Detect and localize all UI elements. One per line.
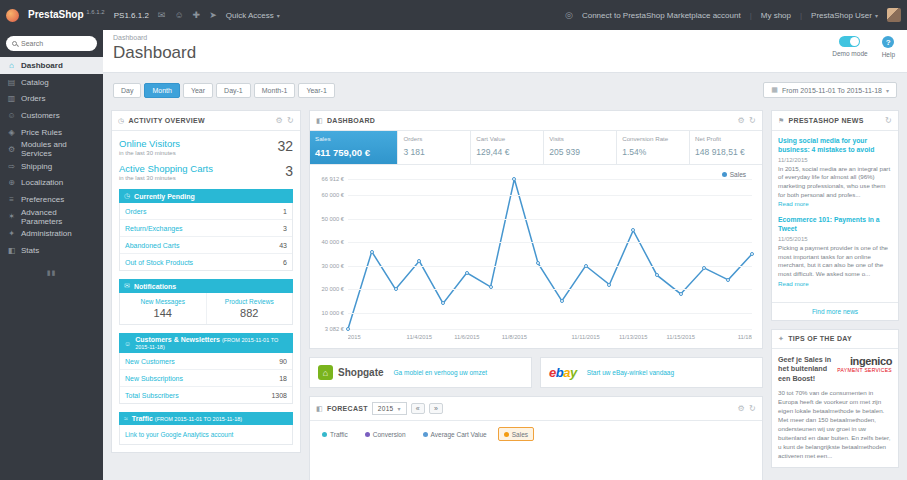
refresh-icon[interactable]: ↻ (885, 116, 892, 125)
row-label[interactable]: New Subscriptions (125, 375, 183, 382)
sidebar-item[interactable]: ⌂ Dashboard (0, 57, 103, 74)
data-point[interactable] (441, 301, 445, 305)
read-more-link[interactable]: Read more (778, 200, 809, 207)
help-icon[interactable]: ? (882, 36, 894, 48)
range-button[interactable]: Year-1 (298, 83, 334, 98)
sidebar-item[interactable]: ⊕ Localization (0, 175, 103, 192)
marketplace-link[interactable]: Connect to PrestaShop Marketplace accoun… (582, 11, 741, 20)
data-point[interactable] (512, 177, 516, 181)
tips-headline: Geef je Sales in het buitenland een Boos… (778, 355, 832, 384)
data-point[interactable] (465, 271, 469, 275)
kpi-tile[interactable]: Cart Value 129,44 € (471, 131, 544, 164)
article-headline[interactable]: Ecommerce 101: Payments in a Tweet (778, 216, 892, 234)
breadcrumb[interactable]: Dashboard (113, 34, 897, 41)
range-button[interactable]: Month (144, 83, 179, 98)
find-more-news-link[interactable]: Find more news (772, 302, 898, 320)
next-year-button[interactable]: » (429, 403, 443, 414)
refresh-icon[interactable]: ↻ (749, 404, 756, 413)
gear-icon[interactable]: ⚙ (738, 404, 745, 413)
sidebar-item[interactable]: ◧ Stats (0, 242, 103, 259)
sidebar-item[interactable]: ✦ Administration (0, 225, 103, 242)
help-button[interactable]: ? Help (882, 36, 895, 58)
sidebar-item[interactable]: ≡ Preferences (0, 191, 103, 208)
kpi-tile[interactable]: Sales 411 759,00 € (310, 131, 398, 164)
notification-cell[interactable]: Product Reviews 882 (206, 293, 293, 324)
refresh-icon[interactable]: ↻ (749, 116, 756, 125)
chart-legend[interactable]: Sales (722, 171, 746, 178)
add-quick-icon[interactable]: ✚ (193, 10, 201, 20)
data-point[interactable] (702, 266, 706, 270)
sidebar-item[interactable]: ▥ Orders (0, 91, 103, 108)
data-point[interactable] (726, 278, 730, 282)
article-headline[interactable]: Using social media for your business: 4 … (778, 137, 892, 155)
date-range-picker[interactable]: ▦ From 2015-11-01 To 2015-11-18 ▾ (763, 82, 897, 98)
refresh-icon[interactable]: ↻ (287, 116, 294, 125)
range-button[interactable]: Day-1 (216, 83, 251, 98)
data-point[interactable] (346, 327, 350, 331)
data-point[interactable] (584, 264, 588, 268)
my-shop-link[interactable]: My shop (761, 11, 791, 20)
online-visitors-label[interactable]: Online Visitors (119, 138, 180, 149)
search-input[interactable] (21, 40, 81, 47)
range-button[interactable]: Month-1 (254, 83, 296, 98)
sidebar-item[interactable]: ⇨ Shipping (0, 158, 103, 175)
kpi-tile[interactable]: Net Profit 148 918,51 € (690, 131, 762, 164)
data-point[interactable] (394, 287, 398, 291)
shopgate-module[interactable]: ⌂ Shopgate Ga mobiel en verhoog uw omzet (309, 357, 532, 388)
range-button[interactable]: Year (183, 83, 213, 98)
notification-label: New Messages (122, 298, 204, 305)
row-label[interactable]: Orders (125, 208, 146, 215)
prev-year-button[interactable]: « (411, 403, 425, 414)
data-point[interactable] (679, 292, 683, 296)
data-point[interactable] (536, 261, 540, 265)
gear-icon[interactable]: ⚙ (276, 116, 283, 125)
user-avatar[interactable] (887, 8, 901, 22)
sidebar-item[interactable]: ◈ Price Rules (0, 124, 103, 141)
demo-mode-toggle[interactable]: Demo mode (832, 36, 867, 58)
range-button[interactable]: Day (113, 83, 141, 98)
row-label[interactable]: New Customers (125, 358, 175, 365)
google-analytics-link[interactable]: Link to your Google Analytics account (119, 425, 293, 445)
shopgate-link[interactable]: Ga mobiel en verhoog uw omzet (394, 369, 488, 376)
data-point[interactable] (370, 250, 374, 254)
kpi-tile[interactable]: Conversion Rate 1.54% (617, 131, 690, 164)
list-item: Total Subscribers 1308 (120, 387, 292, 403)
forecast-legend-item[interactable]: Conversion (359, 427, 412, 441)
toggle-on-icon[interactable] (839, 36, 860, 47)
row-label[interactable]: Return/Exchanges (125, 225, 183, 232)
sidebar-item[interactable]: ▤ Catalog (0, 74, 103, 91)
customers-quick-icon[interactable]: ☺ (174, 10, 183, 20)
quick-access-menu[interactable]: Quick Access ▾ (226, 11, 280, 20)
user-menu[interactable]: PrestaShop User ▾ (811, 11, 878, 20)
data-point[interactable] (417, 259, 421, 263)
gear-icon[interactable]: ⚙ (738, 116, 745, 125)
row-label[interactable]: Out of Stock Products (125, 259, 193, 266)
forecast-legend-item[interactable]: Sales (498, 427, 534, 441)
data-point[interactable] (560, 299, 564, 303)
row-label[interactable]: Total Subscribers (125, 392, 179, 399)
kpi-tile[interactable]: Visits 205 939 (544, 131, 617, 164)
data-point[interactable] (655, 273, 659, 277)
forecast-legend-item[interactable]: Traffic (316, 427, 354, 441)
separator: | (750, 11, 752, 20)
ebay-module[interactable]: ebay Start uw eBay-winkel vandaag (540, 357, 763, 388)
sidebar-item[interactable]: ☺ Customers (0, 107, 103, 124)
data-point[interactable] (489, 285, 493, 289)
data-point[interactable] (750, 252, 754, 256)
collapse-menu-icon[interactable]: ▮▮ (0, 269, 103, 277)
ebay-link[interactable]: Start uw eBay-winkel vandaag (587, 369, 674, 376)
active-carts-label[interactable]: Active Shopping Carts (119, 163, 213, 174)
launch-icon[interactable]: ➤ (209, 10, 217, 20)
data-point[interactable] (607, 283, 611, 287)
kpi-tile[interactable]: Orders 3 181 (398, 131, 471, 164)
read-more-link[interactable]: Read more (778, 280, 809, 287)
data-point[interactable] (631, 228, 635, 232)
row-label[interactable]: Abandoned Carts (125, 242, 179, 249)
forecast-year-select[interactable]: 2015 ▾ (372, 402, 407, 415)
sidebar-item[interactable]: ⚙ Modules and Services (0, 141, 103, 158)
forecast-legend-item[interactable]: Average Cart Value (417, 427, 493, 441)
notification-cell[interactable]: New Messages 144 (120, 293, 206, 324)
sidebar-search[interactable] (6, 36, 97, 51)
messages-icon[interactable]: ✉ (158, 10, 166, 20)
sidebar-item[interactable]: ✶ Advanced Parameters (0, 208, 103, 225)
